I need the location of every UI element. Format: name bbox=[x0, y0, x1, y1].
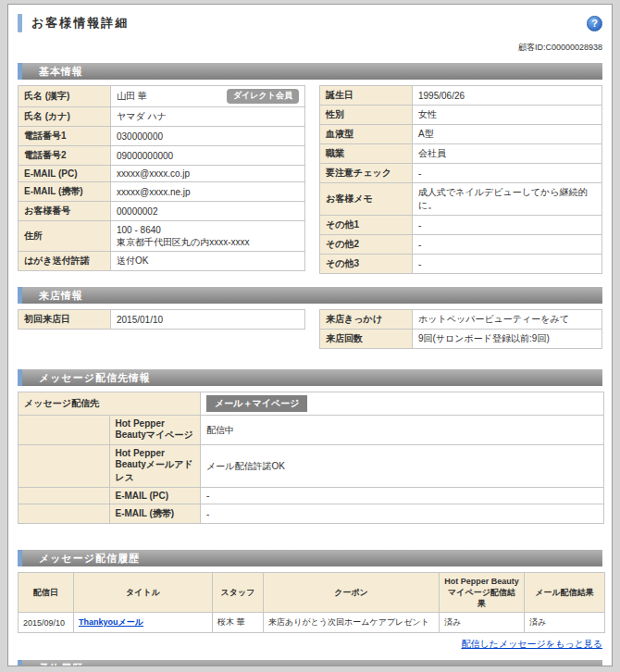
row-label: 要注意チェック bbox=[319, 164, 412, 183]
row-value: - bbox=[201, 488, 604, 504]
row-label: Hot Pepper Beautyメールアドレス bbox=[109, 445, 201, 488]
coupon-name: 来店ありがとう次回ホームケアプレゼント bbox=[264, 613, 440, 633]
row-label: 血液型 bbox=[319, 125, 412, 144]
table-row: 職業 会社員 bbox=[319, 144, 601, 164]
row-value: xxxxx@xxxx.ne.jp bbox=[111, 182, 305, 202]
row-label: その他3 bbox=[319, 255, 412, 274]
row-label: E-MAIL (携帯) bbox=[19, 182, 111, 202]
row-label: E-MAIL (携帯) bbox=[109, 504, 201, 524]
row-label: その他2 bbox=[319, 235, 412, 255]
table-row: 2015/09/10 Thankyouメール 桜木 華 来店ありがとう次回ホーム… bbox=[19, 613, 605, 633]
row-label: お客様メモ bbox=[319, 183, 412, 216]
section-header-message-history: メッセージ配信履歴 bbox=[18, 550, 602, 566]
address: 東京都千代田区丸の内xxxx-xxxx bbox=[117, 236, 299, 248]
table-row: 電話番号2 09000000000 bbox=[19, 146, 305, 166]
row-value: 送付OK bbox=[111, 252, 305, 271]
row-label: お客様番号 bbox=[19, 202, 111, 221]
row-value: - bbox=[412, 164, 601, 183]
table-row: E-MAIL (PC) - bbox=[19, 488, 604, 504]
row-label: メッセージ配信先 bbox=[19, 392, 201, 416]
table-row: 性別 女性 bbox=[319, 106, 601, 125]
message-destination-table: メッセージ配信先 メール＋マイページ Hot Pepper Beautyマイペー… bbox=[18, 392, 604, 524]
section-header-message-destination: メッセージ配信先情報 bbox=[18, 369, 602, 386]
column-header: クーポン bbox=[264, 573, 440, 613]
row-label: 性別 bbox=[319, 106, 412, 125]
indent-stub bbox=[19, 488, 110, 504]
row-value: xxxxx@xxxx.co.jp bbox=[111, 166, 305, 182]
table-row: 誕生日 1995/06/26 bbox=[319, 86, 601, 106]
table-row: はがき送付許諾 送付OK bbox=[19, 252, 305, 271]
title-accent-bar bbox=[18, 14, 22, 32]
basic-info-section: 氏名 (漢字) 山田 華 ダイレクト会員 氏名 (カナ) ヤマダ ハナ 電話番号… bbox=[18, 85, 602, 274]
table-row: 要注意チェック - bbox=[319, 164, 601, 183]
table-row: お客様メモ 成人式でネイルデビューしてから継続的に。 bbox=[319, 183, 601, 216]
table-row: 来店きっかけ ホットペッパービューティーをみて bbox=[319, 310, 601, 330]
section-header-visit-info: 来店情報 bbox=[18, 287, 602, 304]
table-row: Hot Pepper Beautyマイページ 配信中 bbox=[19, 416, 604, 445]
table-row: その他1 - bbox=[319, 216, 601, 235]
table-row: Hot Pepper Beautyメールアドレス メール配信許諾OK bbox=[19, 445, 604, 488]
row-value: - bbox=[412, 235, 601, 255]
row-label: はがき送付許諾 bbox=[19, 252, 111, 271]
staff-name: 桜木 華 bbox=[213, 613, 264, 633]
customer-id: 顧客ID:C00000028938 bbox=[18, 42, 602, 54]
row-value: 00000002 bbox=[111, 202, 305, 221]
column-header: 配信日 bbox=[19, 573, 74, 613]
section-header-basic-info: 基本情報 bbox=[18, 63, 602, 80]
row-value: - bbox=[412, 255, 601, 274]
first-visit-date: 2015/01/10 bbox=[111, 310, 305, 330]
row-label: 誕生日 bbox=[319, 86, 412, 106]
customer-detail-panel: お客様情報詳細 ? 顧客ID:C00000028938 基本情報 氏名 (漢字)… bbox=[7, 4, 613, 666]
table-row: その他3 - bbox=[319, 255, 601, 274]
row-label: 住所 bbox=[19, 221, 111, 252]
row-label: 電話番号1 bbox=[19, 127, 111, 146]
row-value: - bbox=[201, 504, 604, 524]
table-row: お客様番号 00000002 bbox=[19, 202, 305, 221]
visit-info-section: 初回来店日 2015/01/10 来店きっかけ ホットペッパービューティーをみて… bbox=[18, 309, 602, 349]
row-value: 1995/06/26 bbox=[412, 86, 601, 106]
table-row: 氏名 (漢字) 山田 華 ダイレクト会員 bbox=[19, 86, 305, 107]
customer-memo: 成人式でネイルデビューしてから継続的に。 bbox=[412, 183, 601, 216]
column-header: タイトル bbox=[74, 573, 213, 613]
message-history-table: 配信日 タイトル スタッフ クーポン Hot Pepper Beauty マイペ… bbox=[18, 572, 605, 633]
visit-trigger: ホットペッパービューティーをみて bbox=[412, 310, 601, 330]
row-label: 来店回数 bbox=[319, 330, 412, 349]
row-label: 電話番号2 bbox=[19, 146, 111, 166]
row-value: 09000000000 bbox=[111, 146, 305, 166]
column-header: メール配信結果 bbox=[525, 573, 605, 613]
destination-badge: メール＋マイページ bbox=[206, 395, 307, 412]
table-row: 電話番号1 030000000 bbox=[19, 127, 305, 146]
row-label: 氏名 (漢字) bbox=[19, 86, 111, 107]
table-row: その他2 - bbox=[319, 235, 601, 255]
page-title: お客様情報詳細 bbox=[31, 15, 129, 31]
table-row: 住所 100 - 8640 東京都千代田区丸の内xxxx-xxxx bbox=[19, 221, 305, 252]
table-row: E-MAIL (携帯) - bbox=[19, 504, 604, 524]
row-value: 030000000 bbox=[111, 127, 305, 146]
message-title-link[interactable]: Thankyouメール bbox=[79, 617, 143, 627]
visit-count: 9回(サロンボード登録以前:9回) bbox=[412, 330, 601, 349]
table-row: 血液型 A型 bbox=[319, 125, 601, 144]
row-value: 女性 bbox=[412, 106, 601, 125]
basic-info-right-table: 誕生日 1995/06/26 性別 女性 血液型 A型 職業 会社員 要注意チェ… bbox=[319, 85, 602, 274]
row-value: A型 bbox=[412, 125, 601, 144]
basic-info-left-table: 氏名 (漢字) 山田 華 ダイレクト会員 氏名 (カナ) ヤマダ ハナ 電話番号… bbox=[18, 85, 305, 271]
column-header: Hot Pepper Beauty マイページ配信結果 bbox=[440, 573, 525, 613]
indent-stub bbox=[19, 416, 110, 445]
more-messages-link[interactable]: 配信したメッセージをもっと見る bbox=[461, 639, 602, 649]
help-icon[interactable]: ? bbox=[587, 16, 602, 31]
delivery-date: 2015/09/10 bbox=[19, 613, 74, 633]
table-row: E-MAIL (携帯) xxxxx@xxxx.ne.jp bbox=[19, 182, 305, 202]
mypage-result: 済み bbox=[440, 613, 525, 633]
row-label: 氏名 (カナ) bbox=[19, 107, 111, 127]
row-label: その他1 bbox=[319, 216, 412, 235]
column-header: スタッフ bbox=[213, 573, 264, 613]
indent-stub bbox=[19, 504, 110, 524]
row-value: 会社員 bbox=[412, 144, 601, 164]
postal-code: 100 - 8640 bbox=[117, 224, 299, 236]
visit-info-right-table: 来店きっかけ ホットペッパービューティーをみて 来店回数 9回(サロンボード登録… bbox=[319, 309, 602, 349]
row-label: 初回来店日 bbox=[19, 310, 111, 330]
row-value: メール配信許諾OK bbox=[201, 445, 604, 488]
direct-member-badge: ダイレクト会員 bbox=[227, 89, 299, 104]
mail-result: 済み bbox=[525, 613, 605, 633]
row-value: 配信中 bbox=[201, 416, 604, 445]
